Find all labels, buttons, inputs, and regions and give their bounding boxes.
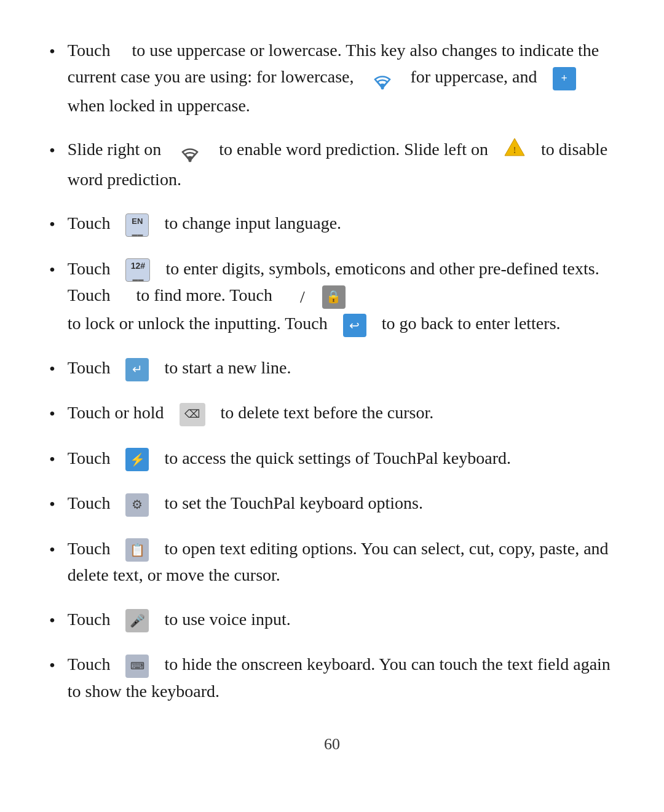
text-find-more: to find more. Touch: [136, 285, 272, 304]
text-touch-8: Touch: [68, 493, 111, 512]
item-content: Touch ⚙ to set the TouchPal keyboard opt…: [68, 490, 615, 517]
text-touch-5: Touch: [68, 358, 111, 377]
item-content: Touch 🎤 to use voice input.: [68, 606, 615, 633]
text-hide-keyboard: to hide the onscreen keyboard. You can t…: [68, 655, 611, 701]
return-key-icon: ↵: [125, 358, 149, 381]
item-content: Touch ↵ to start a new line.: [68, 354, 615, 381]
svg-point-0: [381, 86, 384, 89]
text-when-locked: when locked in uppercase.: [68, 96, 250, 115]
text-touch-1: Touch: [68, 41, 111, 60]
list-item: • Touch 🎤 to use voice input.: [49, 606, 615, 634]
text-go-back: to go back to enter letters.: [382, 314, 561, 333]
wifi-prediction-icon: [176, 138, 204, 164]
list-item: • Slide right on to enable word predicti…: [49, 136, 615, 193]
text-for-uppercase: for uppercase, and: [411, 67, 537, 86]
text-keyboard-options: to set the TouchPal keyboard options.: [164, 493, 423, 512]
lock-icon: 🔒: [322, 285, 346, 309]
back-arrow-icon: ↩: [343, 314, 366, 337]
bullet: •: [49, 38, 55, 65]
item-content: Touch EN▬▬ to change input language.: [68, 210, 615, 237]
item-content: Slide right on to enable word prediction…: [68, 136, 615, 193]
bullet: •: [49, 211, 55, 237]
warning-triangle-icon: !: [504, 136, 526, 165]
slash: /: [300, 284, 305, 310]
text-touch-hold: Touch or hold: [68, 403, 164, 422]
item-content: Touch ⚡ to access the quick settings of …: [68, 445, 615, 472]
list-item: • Touch ⌨ to hide the onscreen keyboard.…: [49, 651, 615, 704]
text-touch-3: Touch: [68, 213, 111, 233]
text-quick-settings: to access the quick settings of TouchPal…: [164, 448, 511, 468]
list-item: • Touch ⚙ to set the TouchPal keyboard o…: [49, 490, 615, 517]
delete-icon: ⌫: [180, 403, 205, 426]
text-slide-right: Slide right on: [68, 140, 161, 159]
bullet: •: [49, 356, 55, 382]
text-touch-4: Touch: [68, 259, 111, 278]
uppercase-lock-icon: +: [553, 67, 576, 90]
text-touch-9: Touch: [68, 539, 111, 558]
microphone-icon: 🎤: [125, 609, 149, 632]
bullet: •: [49, 607, 55, 634]
bullet: •: [49, 257, 55, 283]
12hash-icon: 12#▬▬: [125, 258, 150, 282]
item-content: Touch 12#▬▬ to enter digits, symbols, em…: [68, 255, 615, 337]
usb-settings-icon: ⚡: [125, 448, 149, 471]
list-item: • Touch or hold ⌫ to delete text before …: [49, 399, 615, 427]
bullet: •: [49, 491, 55, 517]
list-item: • Touch 12#▬▬ to enter digits, symbols, …: [49, 255, 615, 337]
text-enable-prediction: to enable word prediction. Slide left on: [219, 140, 488, 159]
text-newline: to start a new line.: [164, 358, 291, 377]
gear-icon: ⚙: [125, 493, 149, 517]
list-item: • Touch to use uppercase or lowercase. T…: [49, 37, 615, 119]
svg-text:!: !: [513, 146, 516, 155]
list-item: • Touch ⚡ to access the quick settings o…: [49, 445, 615, 472]
list-item: • Touch ↵ to start a new line.: [49, 354, 615, 382]
page-number: 60: [49, 735, 615, 754]
bullet: •: [49, 400, 55, 427]
text-touch-7: Touch: [68, 448, 111, 468]
bullet: •: [49, 652, 55, 679]
bullet: •: [49, 536, 55, 563]
instructions-list: • Touch to use uppercase or lowercase. T…: [49, 37, 615, 704]
bullet: •: [49, 446, 55, 472]
en-language-icon: EN▬▬: [125, 213, 149, 237]
hide-keyboard-icon: ⌨: [125, 655, 149, 678]
text-editing-icon: 📋: [125, 538, 149, 562]
item-content: Touch 📋 to open text editing options. Yo…: [68, 535, 615, 589]
text-touch-11: Touch: [68, 655, 111, 674]
text-delete-desc: to delete text before the cursor.: [221, 403, 434, 422]
bullet: •: [49, 137, 55, 164]
svg-point-1: [189, 159, 192, 162]
item-content: Touch ⌨ to hide the onscreen keyboard. Y…: [68, 651, 615, 704]
text-lock-unlock: to lock or unlock the inputting. Touch: [68, 314, 328, 333]
item-content: Touch or hold ⌫ to delete text before th…: [68, 399, 615, 426]
item-content: Touch to use uppercase or lowercase. Thi…: [68, 37, 615, 119]
list-item: • Touch EN▬▬ to change input language.: [49, 210, 615, 237]
text-touch-10: Touch: [68, 610, 111, 629]
wifi-lower-icon: [370, 65, 395, 92]
text-voice-input: to use voice input.: [164, 610, 290, 629]
text-change-language: to change input language.: [164, 213, 341, 233]
list-item: • Touch 📋 to open text editing options. …: [49, 535, 615, 589]
